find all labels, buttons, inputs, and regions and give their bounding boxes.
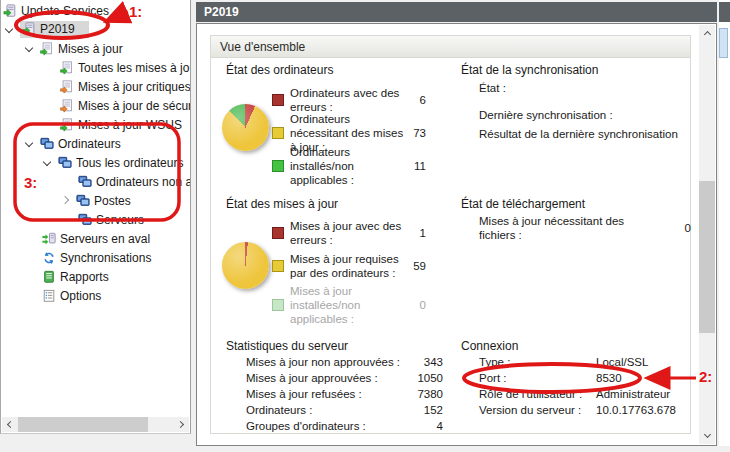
stat-value: 4 [437,419,443,435]
chevron-down-icon[interactable] [5,24,13,32]
stat-value: 343 [424,355,443,371]
legend-row: Ordinateurs installés/non applicables : … [272,149,426,182]
computer-status-title: État des ordinateurs [226,63,333,77]
red-legend-swatch [272,94,284,106]
legend-value: 59 [412,260,426,272]
tree-item-toutes-les-mises-a-jour[interactable]: Toutes les mises à jour [1,58,190,77]
options-icon [42,289,56,303]
legend-value: 73 [412,127,426,139]
tree-item-ordinateurs[interactable]: Ordinateurs [1,134,190,153]
scroll-up-button[interactable] [699,25,715,41]
yellow-legend-swatch [272,127,284,139]
server-stats-title: Statistiques du serveur [226,339,348,353]
tree-item-label: Ordinateurs [58,137,121,151]
scroll-right-button[interactable] [174,417,189,432]
legend-value: 11 [412,160,426,172]
tree-item-label: Toutes les mises à jour [78,61,191,75]
chevron-right-icon[interactable] [61,195,69,203]
tree-item-serveurs[interactable]: Serveurs [1,210,190,229]
horizontal-scroll-thumb[interactable] [18,417,148,432]
tree-item-mises-a-jour-critiques[interactable]: Mises à jour critiques [1,77,190,96]
legend-value: 0 [412,299,426,311]
connection-label: Type : [479,355,596,371]
legend-row: Mises à jour requises par des ordinateur… [272,249,426,282]
computer-status-legend: Ordinateurs avec des erreurs : 6 Ordinat… [272,84,426,182]
vertical-scroll-thumb[interactable] [699,181,715,333]
tree-item-label: P2019 [40,22,75,36]
scroll-left-button[interactable] [2,417,17,432]
tree-item-mises-a-jour-securite[interactable]: Mises à jour de sécurité [1,96,190,115]
pale-green-legend-swatch [272,299,284,311]
tree-item-p2019[interactable]: P2019 [1,20,190,39]
legend-label: Mises à jour avec des erreurs : [290,217,412,249]
legend-label: Mises à jour installées/non applicables … [290,282,412,328]
update-services-icon [3,4,17,18]
tree-item-tous-les-ordinateurs[interactable]: Tous les ordinateurs [1,153,190,172]
connection-title: Connexion [461,339,518,353]
tree-item-mises-a-jour-wsus[interactable]: Mises à jour WSUS [1,115,190,134]
legend-value: 6 [412,94,426,106]
tree-item-label: Synchronisations [60,251,151,265]
overview-content: Vue d'ensemble État des ordinateurs Ordi… [196,23,717,446]
connection-label: Version du serveur : [479,403,596,419]
red-legend-swatch [272,227,284,239]
server-icon [22,22,36,36]
update-status-pie-chart [222,242,269,289]
stat-label: Groupes d'ordinateurs : [246,419,437,435]
tree-item-label: Tous les ordinateurs [76,156,183,170]
tree-item-label: Serveurs [96,213,144,227]
chevron-down-icon[interactable] [43,157,51,165]
updates-wsus-icon [60,118,74,132]
scroll-down-button[interactable] [699,428,715,444]
sync-status-rows: État : Dernière synchronisation : Résult… [479,81,691,142]
green-legend-swatch [272,160,284,172]
sync-status-title: État de la synchronisation [461,63,598,77]
computers-icon [58,156,72,170]
connection-rows: Type :Local/SSL Port :8530 Rôle de l'uti… [479,355,691,419]
actions-pane-item-edge [719,28,728,58]
yellow-legend-swatch [272,260,284,272]
connection-value: 10.0.17763.678 [596,403,676,419]
vertical-scrollbar[interactable] [699,25,715,444]
tree-item-serveurs-en-aval[interactable]: Serveurs en aval [1,229,190,248]
tree-item-postes[interactable]: Postes [1,191,190,210]
computer-status-pie-chart [222,104,269,151]
tree-item-label: Mises à jour [58,42,123,56]
tree-item-label: Postes [94,194,131,208]
connection-label: Port : [479,371,596,387]
download-status-row: Mises à jour nécessitant des fichiers : … [479,214,691,242]
chevron-down-icon[interactable] [25,138,33,146]
overview-section: Vue d'ensemble État des ordinateurs Ordi… [210,35,691,434]
connection-value: 8530 [596,371,622,387]
stat-label: Ordinateurs : [246,403,424,419]
download-status-title: État de téléchargement [461,197,585,211]
scroll-up-icon [703,31,710,38]
stat-value: 1050 [417,371,443,387]
tree-item-mises-a-jour[interactable]: Mises à jour [1,39,190,58]
tree-item-label: Rapports [60,270,109,284]
tree-item-rapports[interactable]: Rapports [1,267,190,286]
stat-row: Mises à jour refusées :7380 [246,387,443,403]
computers-icon [76,194,90,208]
update-status-title: État des mises à jour [226,197,338,211]
connection-row-port: Port :8530 [479,371,691,387]
legend-row-disabled: Mises à jour installées/non applicables … [272,282,426,328]
tree-item-options[interactable]: Options [1,286,190,305]
download-value: 0 [637,222,691,234]
connection-row: Version du serveur :10.0.17763.678 [479,403,691,419]
connection-row: Rôle de l'utilisateur :Administrateur [479,387,691,403]
update-status-legend: Mises à jour avec des erreurs : 1 Mises … [272,217,426,328]
stat-value: 152 [424,403,443,419]
chevron-down-icon[interactable] [25,43,33,51]
tree-item-synchronisations[interactable]: Synchronisations [1,248,190,267]
sync-icon [42,251,56,265]
overview-section-header: Vue d'ensemble [211,36,690,58]
tree-item-update-services[interactable]: Update Services [1,1,190,20]
horizontal-scrollbar[interactable] [2,417,189,432]
tree-item-ordinateurs-non-attribues[interactable]: Ordinateurs non attribués [1,172,190,191]
legend-label: Ordinateurs installés/non applicables : [290,143,412,189]
legend-row: Mises à jour avec des erreurs : 1 [272,217,426,249]
updates-security-icon [60,99,74,113]
legend-value: 1 [412,227,426,239]
stat-label: Mises à jour refusées : [246,387,417,403]
